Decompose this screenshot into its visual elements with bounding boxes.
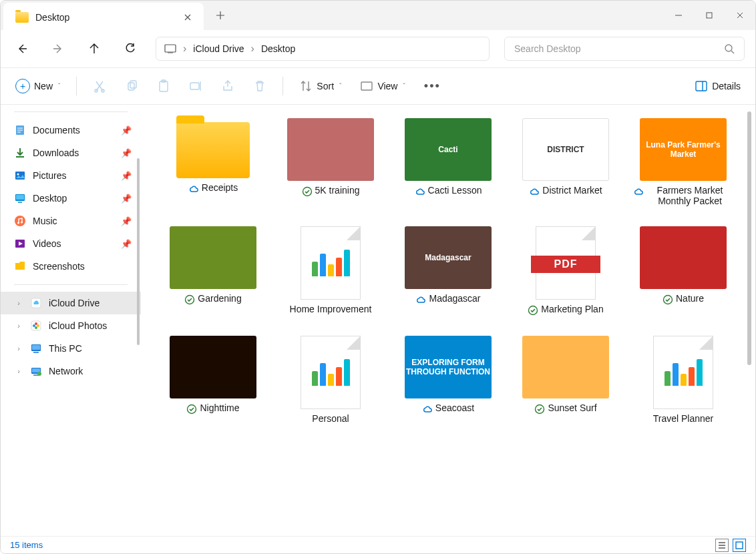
svg-point-18 <box>17 222 19 224</box>
maximize-button[interactable] <box>694 5 725 26</box>
paste-button[interactable] <box>150 75 177 97</box>
music-icon <box>14 215 26 227</box>
search-box[interactable] <box>504 37 745 61</box>
sidebar-item-this-pc[interactable]: › This PC <box>1 337 141 360</box>
file-item[interactable]: PDF Marketing Plan <box>514 226 618 316</box>
svg-point-24 <box>37 324 39 327</box>
pin-icon: 📌 <box>121 239 132 249</box>
sidebar-item-downloads[interactable]: Downloads 📌 <box>1 142 141 164</box>
pictures-icon <box>14 170 26 182</box>
share-button[interactable] <box>214 75 241 97</box>
forward-button[interactable] <box>47 38 69 59</box>
sidebar-item-network[interactable]: › Network <box>1 360 141 382</box>
svg-rect-11 <box>696 81 707 91</box>
sidebar-item-screenshots[interactable]: Screenshots <box>1 255 141 278</box>
new-tab-button[interactable] <box>204 11 237 20</box>
svg-point-31 <box>37 372 41 376</box>
sidebar-item-documents[interactable]: Documents 📌 <box>1 119 141 142</box>
image-thumbnail: Cacti <box>405 118 492 181</box>
details-button[interactable]: Details <box>688 75 747 97</box>
file-item[interactable]: DISTRICT District Market <box>514 118 618 206</box>
search-icon <box>724 43 735 54</box>
file-item[interactable]: Gardening <box>161 226 265 316</box>
file-name: 5K training <box>315 185 360 196</box>
svg-rect-5 <box>128 83 134 90</box>
cut-button[interactable] <box>86 75 113 97</box>
content-scrollbar[interactable] <box>745 111 753 529</box>
sidebar-scrollbar[interactable] <box>134 118 141 523</box>
search-input[interactable] <box>514 43 724 54</box>
sidebar-item-music[interactable]: Music 📌 <box>1 210 141 232</box>
image-thumbnail <box>522 336 609 398</box>
breadcrumb-icloud-drive[interactable]: iCloud Drive <box>193 43 244 54</box>
close-window-button[interactable] <box>725 5 755 26</box>
sidebar-item-label: Pictures <box>33 170 67 181</box>
file-name: Madagascar <box>429 293 480 304</box>
sidebar: Documents 📌 Downloads 📌 Pictures 📌 Deskt… <box>1 105 141 536</box>
synced-status-icon <box>663 294 673 305</box>
sidebar-item-label: Videos <box>33 238 61 249</box>
sidebar-item-label: Desktop <box>33 193 67 204</box>
file-item[interactable]: Nighttime <box>161 336 265 424</box>
sidebar-item-label: This PC <box>49 343 82 354</box>
view-button[interactable]: View ˇ <box>353 75 411 97</box>
location-icon <box>164 44 176 53</box>
window-controls <box>663 5 755 26</box>
pin-icon: 📌 <box>121 148 132 158</box>
new-button[interactable]: + New ˇ <box>9 75 67 97</box>
rename-button[interactable] <box>182 75 209 97</box>
breadcrumb[interactable]: › iCloud Drive › Desktop <box>156 37 490 61</box>
close-tab-icon[interactable] <box>181 11 194 24</box>
file-item[interactable]: 5K training <box>278 118 383 206</box>
chevron-right-icon[interactable]: › <box>14 367 23 375</box>
tab-title: Desktop <box>35 12 174 23</box>
sidebar-item-desktop[interactable]: Desktop 📌 <box>1 187 141 210</box>
sort-button[interactable]: Sort ˇ <box>293 75 348 97</box>
up-button[interactable] <box>83 38 105 59</box>
cloud-status-icon <box>633 186 644 197</box>
chevron-right-icon[interactable]: › <box>14 299 23 307</box>
breadcrumb-desktop[interactable]: Desktop <box>261 43 295 54</box>
file-name: Nature <box>676 293 704 304</box>
file-item[interactable]: Sunset Surf <box>514 336 618 424</box>
delete-button[interactable] <box>246 75 273 97</box>
file-item[interactable]: Receipts <box>161 118 265 206</box>
pdf-thumbnail: PDF <box>536 226 596 300</box>
item-count: 15 items <box>10 540 43 550</box>
sidebar-item-icloud-drive[interactable]: › iCloud Drive <box>1 292 141 314</box>
minimize-button[interactable] <box>663 5 694 26</box>
more-button[interactable]: ••• <box>417 75 447 97</box>
file-item[interactable]: EXPLORING FORM THROUGH FUNCTION Seacoast <box>396 336 500 424</box>
document-thumbnail <box>301 336 361 409</box>
file-item[interactable]: Travel Planner <box>631 336 735 424</box>
file-item[interactable]: Luna Park Farmer's Market Farmers Market… <box>631 118 735 206</box>
file-item[interactable]: Cacti Cacti Lesson <box>396 118 500 206</box>
chevron-right-icon[interactable]: › <box>14 344 23 352</box>
tab-desktop[interactable]: Desktop <box>3 3 204 32</box>
back-button[interactable] <box>11 38 33 59</box>
thispc-icon <box>30 342 42 354</box>
list-view-button[interactable] <box>715 539 729 552</box>
file-item[interactable]: Home Improvement <box>278 226 383 316</box>
file-item[interactable]: Personal <box>278 336 383 424</box>
view-icon <box>360 79 373 93</box>
file-name: Receipts <box>202 182 238 193</box>
file-item[interactable]: Madagascar Madagascar <box>396 226 500 316</box>
image-thumbnail: DISTRICT <box>522 118 609 181</box>
sidebar-item-videos[interactable]: Videos 📌 <box>1 232 141 255</box>
synced-status-icon <box>186 404 197 414</box>
svg-point-23 <box>35 322 37 325</box>
desktop-icon <box>14 192 26 204</box>
sidebar-item-pictures[interactable]: Pictures 📌 <box>1 164 141 187</box>
svg-rect-28 <box>32 345 40 350</box>
refresh-button[interactable] <box>120 38 141 59</box>
file-item[interactable]: Nature <box>631 226 735 316</box>
svg-point-25 <box>35 326 37 329</box>
file-name: Farmers Market Monthly Packet <box>646 185 733 206</box>
svg-rect-9 <box>190 83 199 89</box>
icon-view-button[interactable] <box>733 539 746 552</box>
pin-icon: 📌 <box>121 125 132 135</box>
copy-button[interactable] <box>118 75 145 97</box>
sidebar-item-icloud-photos[interactable]: › iCloud Photos <box>1 314 141 337</box>
chevron-right-icon[interactable]: › <box>14 322 23 330</box>
